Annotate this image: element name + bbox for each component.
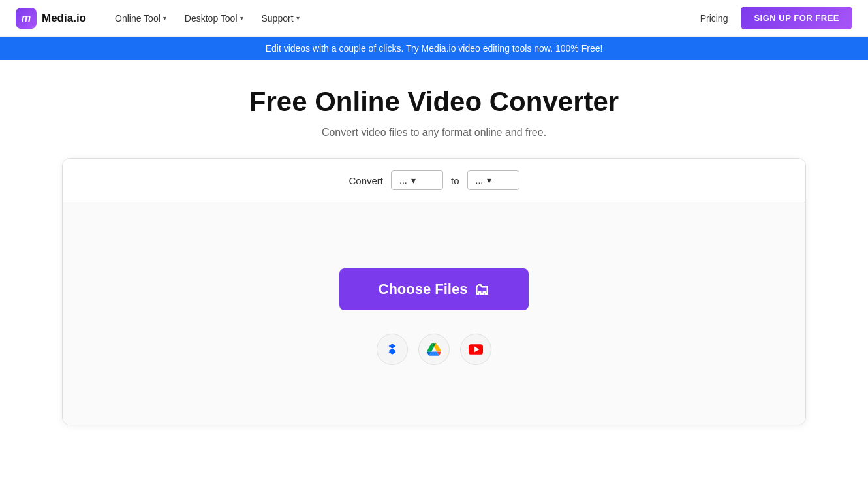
- youtube-icon: [469, 344, 483, 355]
- format-bar: Convert ... ▾ to ... ▾: [63, 159, 805, 202]
- google-drive-button[interactable]: [418, 334, 450, 365]
- to-format-select[interactable]: ... ▾: [467, 170, 519, 190]
- navbar: m Media.io Online Tool ▾ Desktop Tool ▾ …: [0, 0, 868, 37]
- main-content: Free Online Video Converter Convert vide…: [0, 60, 868, 438]
- nav-item-online-tool[interactable]: Online Tool ▾: [107, 8, 174, 29]
- page-subtitle: Convert video files to any format online…: [322, 127, 546, 138]
- folder-icon: 🗂: [474, 280, 489, 298]
- brand-name: Media.io: [42, 12, 86, 25]
- navbar-right: Pricing SIGN UP FOR FREE: [700, 7, 852, 29]
- chevron-down-icon: ▾: [487, 175, 491, 185]
- convert-label: Convert: [349, 175, 383, 186]
- signup-button[interactable]: SIGN UP FOR FREE: [741, 7, 852, 29]
- nav-item-support[interactable]: Support ▾: [254, 8, 307, 29]
- choose-files-button[interactable]: Choose Files 🗂: [339, 268, 529, 310]
- nav-links: Online Tool ▾ Desktop Tool ▾ Support ▾: [107, 8, 700, 29]
- from-format-value: ...: [399, 175, 407, 185]
- drop-zone: Choose Files 🗂: [63, 202, 805, 425]
- banner-text: Edit videos with a couple of clicks. Try…: [266, 43, 603, 54]
- from-format-select[interactable]: ... ▾: [391, 170, 443, 190]
- to-format-value: ...: [476, 175, 484, 185]
- google-drive-icon: [427, 342, 441, 357]
- chevron-down-icon: ▾: [163, 14, 166, 22]
- dropbox-icon: [385, 342, 399, 357]
- dropbox-button[interactable]: [377, 334, 408, 365]
- chevron-down-icon: ▾: [411, 175, 416, 185]
- nav-item-desktop-tool[interactable]: Desktop Tool ▾: [177, 8, 251, 29]
- logo-link[interactable]: m Media.io: [16, 8, 86, 29]
- chevron-down-icon: ▾: [296, 14, 300, 22]
- chevron-down-icon: ▾: [240, 14, 243, 22]
- promo-banner[interactable]: Edit videos with a couple of clicks. Try…: [0, 37, 868, 60]
- cloud-icons-row: [377, 334, 491, 365]
- choose-files-label: Choose Files: [379, 281, 468, 298]
- converter-box: Convert ... ▾ to ... ▾ Choose Files 🗂: [62, 158, 806, 425]
- pricing-link[interactable]: Pricing: [700, 13, 728, 24]
- page-title: Free Online Video Converter: [249, 86, 619, 118]
- youtube-button[interactable]: [460, 334, 491, 365]
- logo-icon: m: [16, 8, 37, 29]
- to-label: to: [451, 175, 459, 186]
